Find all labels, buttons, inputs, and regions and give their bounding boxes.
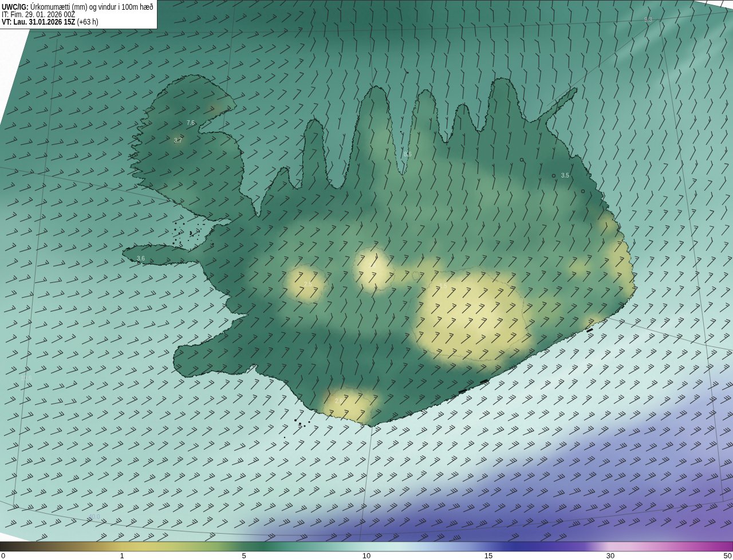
svg-text:50: 50 xyxy=(724,551,732,560)
svg-text:30: 30 xyxy=(606,551,614,560)
svg-text:0: 0 xyxy=(1,551,5,560)
svg-text:10: 10 xyxy=(362,551,371,560)
svg-text:15: 15 xyxy=(484,551,492,560)
svg-text:5: 5 xyxy=(242,551,246,560)
svg-text:1: 1 xyxy=(120,551,124,560)
